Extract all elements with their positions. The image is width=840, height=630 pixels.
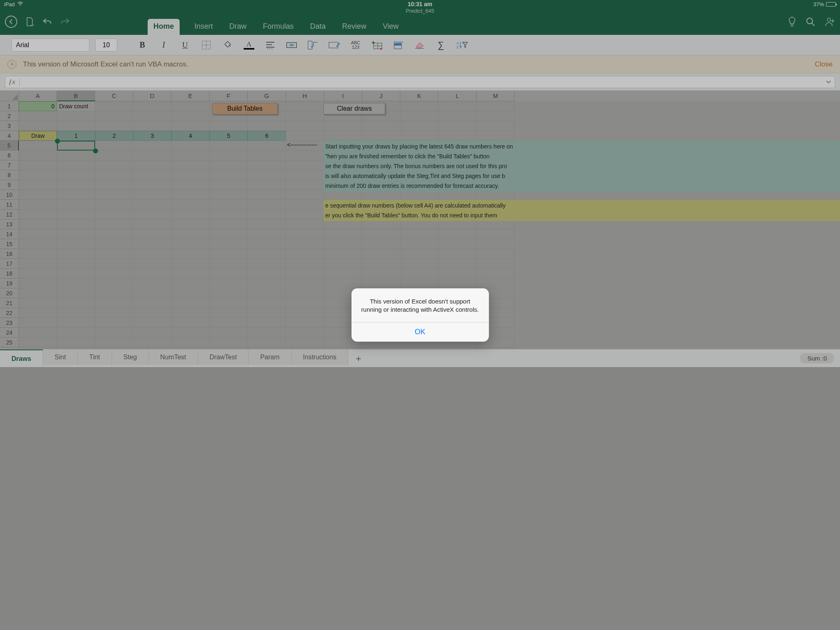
alert-ok-button[interactable]: OK (352, 322, 489, 342)
alert-message: This version of Excel doesn't support ru… (352, 288, 489, 322)
modal-backdrop: This version of Excel doesn't support ru… (0, 0, 840, 630)
activex-alert: This version of Excel doesn't support ru… (352, 288, 489, 342)
